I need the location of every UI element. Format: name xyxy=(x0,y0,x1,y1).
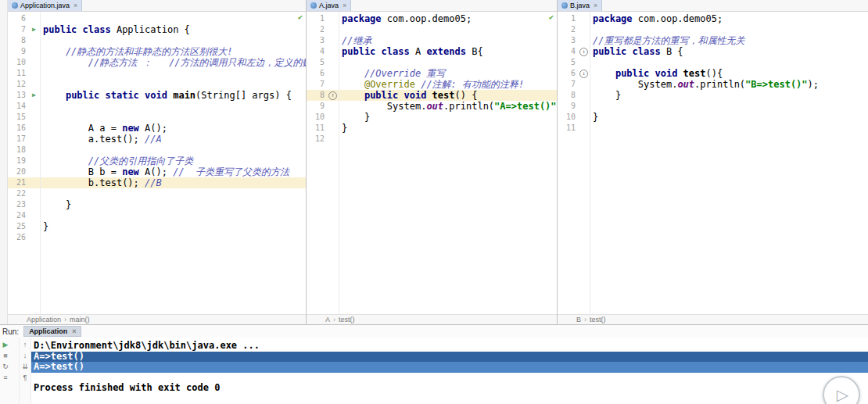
run-icon[interactable] xyxy=(28,90,40,101)
close-icon[interactable]: × xyxy=(74,2,77,9)
override-up-icon[interactable] xyxy=(327,90,339,101)
code-line[interactable]: 3//重写都是方法的重写，和属性无关 xyxy=(558,35,868,46)
code-line[interactable]: 8 public void test() { xyxy=(307,90,557,101)
console-line[interactable]: A=>test() xyxy=(31,362,868,373)
breadcrumb-item[interactable]: test() xyxy=(590,316,606,324)
code-line[interactable]: 1package com.oop.demo05; xyxy=(307,13,557,24)
close-icon[interactable]: × xyxy=(343,2,346,9)
gutter-spacer xyxy=(28,79,40,90)
code-line[interactable]: 25} xyxy=(8,221,306,232)
scroll-to-end-button[interactable]: ⇊ xyxy=(22,363,28,370)
soft-wrap-button[interactable]: ¶ xyxy=(23,374,27,381)
code-line[interactable]: 8 } xyxy=(558,90,868,101)
line-number: 11 xyxy=(307,123,327,134)
code-line[interactable]: 12 xyxy=(8,79,306,90)
code-line[interactable]: 21 b.test(); //B xyxy=(8,177,306,188)
override-down-icon[interactable] xyxy=(578,46,590,57)
code-line[interactable]: 7 System.out.println("B=>test()"); xyxy=(558,79,868,90)
code-line[interactable]: 1package com.oop.demo05; xyxy=(558,13,868,24)
stop-button[interactable]: ■ xyxy=(3,352,7,359)
gutter-spacer xyxy=(327,79,339,90)
code-line[interactable]: 11} xyxy=(307,123,557,134)
line-number: 13 xyxy=(8,90,28,101)
code-line[interactable]: 2 xyxy=(307,24,557,35)
close-icon[interactable]: × xyxy=(594,2,597,9)
console-line[interactable]: Process finished with exit code 0 xyxy=(31,383,868,394)
code-line[interactable]: 3//继承 xyxy=(307,35,557,46)
inspections-ok-icon[interactable]: ✔ xyxy=(298,13,303,21)
code-line[interactable]: 11 xyxy=(558,123,868,134)
code-line[interactable]: 10 //静态方法 ： //方法的调用只和左边，定义的数 xyxy=(8,57,306,68)
gutter-spacer xyxy=(578,57,590,68)
breadcrumb-item[interactable]: main() xyxy=(70,316,90,324)
code-line[interactable]: 7public class Application { xyxy=(8,24,306,35)
code-line[interactable]: 7 @Override //注解: 有功能的注释! xyxy=(307,79,557,90)
code-line[interactable]: 17 a.test(); //A xyxy=(8,134,306,145)
code-text xyxy=(40,13,43,24)
code-line[interactable]: 10 } xyxy=(307,112,557,123)
breadcrumb-separator: › xyxy=(333,316,335,324)
code-line[interactable]: 6 public void test(){ xyxy=(558,68,868,79)
code-editor[interactable]: 67public class Application {89 //静态的方法和非… xyxy=(8,12,306,314)
close-icon[interactable]: × xyxy=(72,327,76,335)
code-line[interactable]: 19 //父类的引用指向了子类 xyxy=(8,156,306,166)
code-line[interactable]: 10} xyxy=(558,112,868,123)
code-line[interactable]: 13 public static void main(String[] args… xyxy=(8,90,306,101)
code-line[interactable]: 26 xyxy=(8,232,306,243)
console-line[interactable] xyxy=(31,373,868,384)
code-line[interactable]: 4public class B { xyxy=(558,46,868,57)
code-line[interactable]: 22 xyxy=(8,188,306,199)
run-tab-application[interactable]: Application × xyxy=(23,326,81,337)
editor-pane-application: Application.java × 67public class Applic… xyxy=(8,0,306,324)
console-line[interactable]: A=>test() xyxy=(31,352,868,363)
tab-a-java[interactable]: A.java × xyxy=(307,0,351,11)
breadcrumb-item[interactable]: B xyxy=(576,316,581,324)
run-icon[interactable] xyxy=(28,24,40,35)
breadcrumb: A › test() xyxy=(307,314,557,324)
line-number: 4 xyxy=(307,46,327,57)
code-line[interactable]: 8 xyxy=(8,35,306,46)
code-line[interactable]: 11 xyxy=(8,68,306,79)
pin-button[interactable]: ≡ xyxy=(3,374,7,381)
code-text: //Override 重写 xyxy=(339,68,445,79)
code-line[interactable]: 20 B b = new A(); // 子类重写了父类的方法 xyxy=(8,166,306,177)
up-stack-trace-button[interactable]: ↑ xyxy=(23,341,27,349)
console-lines: D:\Environment\jdk8\jdk\bin\java.exe ...… xyxy=(31,341,868,394)
inspections-ok-icon[interactable]: ✔ xyxy=(549,13,554,21)
restore-layout-button[interactable]: ↻ xyxy=(2,363,9,370)
code-line[interactable]: 9 xyxy=(558,101,868,112)
tab-application-java[interactable]: Application.java × xyxy=(8,0,82,11)
code-line[interactable]: 2 xyxy=(558,24,868,35)
code-line[interactable]: 12 xyxy=(307,134,557,145)
code-line[interactable]: 23 } xyxy=(8,199,306,210)
line-number: 9 xyxy=(8,46,28,57)
console-output[interactable]: D:\Environment\jdk8\jdk\bin\java.exe ...… xyxy=(31,338,868,404)
code-line[interactable]: 5 xyxy=(558,57,868,68)
code-editor[interactable]: 1package com.oop.demo05;23//重写都是方法的重写，和属… xyxy=(558,12,868,314)
code-line[interactable]: 9 System.out.println("A=>test()"); xyxy=(307,101,557,112)
tab-b-java[interactable]: B.java × xyxy=(558,0,602,11)
breadcrumb-item[interactable]: A xyxy=(325,316,330,324)
line-number: 4 xyxy=(558,46,578,57)
code-text: a.test(); //A xyxy=(40,134,162,145)
breadcrumb-item[interactable]: test() xyxy=(339,316,355,324)
code-line[interactable]: 9 //静态的方法和非静态的方法区别很大! xyxy=(8,46,306,57)
code-line[interactable]: 18 xyxy=(8,145,306,156)
code-line[interactable]: 15 xyxy=(8,112,306,123)
breadcrumb-item[interactable]: Application xyxy=(27,316,61,324)
tab-label: B.java xyxy=(570,2,590,9)
rerun-button[interactable]: ▶ xyxy=(3,341,9,349)
console-line[interactable]: D:\Environment\jdk8\jdk\bin\java.exe ... xyxy=(31,341,868,352)
code-line[interactable]: 14 xyxy=(8,101,306,112)
code-line[interactable]: 4public class A extends B{ xyxy=(307,46,557,57)
line-number: 9 xyxy=(558,101,578,112)
code-line[interactable]: 6 //Override 重写 xyxy=(307,68,557,79)
code-editor[interactable]: 1package com.oop.demo05;23//继承4public cl… xyxy=(307,12,557,314)
code-line[interactable]: 16 A a = new A(); xyxy=(8,123,306,134)
code-text: } xyxy=(339,112,370,123)
override-down-icon[interactable] xyxy=(578,68,590,79)
code-line[interactable]: 6 xyxy=(8,13,306,24)
code-line[interactable]: 24 xyxy=(8,210,306,221)
code-line[interactable]: 5 xyxy=(307,57,557,68)
down-stack-trace-button[interactable]: ↓ xyxy=(23,352,27,359)
